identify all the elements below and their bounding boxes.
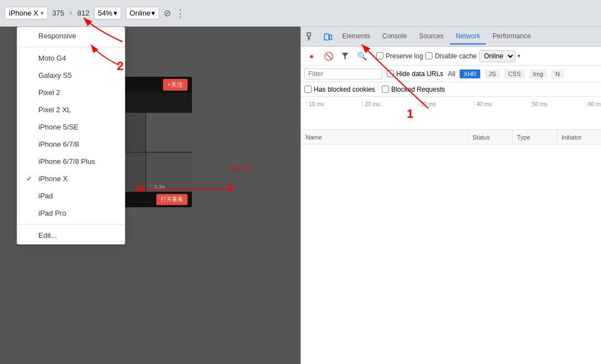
svg-rect-8 <box>329 35 332 39</box>
dropdown-label-iphone-678-plus: iPhone 6/7/8 Plus <box>38 157 95 166</box>
zoom-selector[interactable]: 54% ▾ <box>94 7 121 19</box>
devtools-tab-bar: Elements Console Sources Network Perform… <box>301 27 601 47</box>
device-preview-panel: +关注 抖音这个网址 1369.5w 赞 ♡ 2w ♡ 5760 ♡ 5.3w <box>0 27 300 364</box>
open-app-button[interactable]: 打开看看 <box>156 194 188 205</box>
network-table-header: Name Status Type Initiator Siz <box>301 130 601 144</box>
has-blocked-cookies-text: Has blocked cookies <box>314 86 375 93</box>
device-selector[interactable]: iPhone X ▾ <box>4 7 48 19</box>
blocked-row: Has blocked cookies Blocked Requests <box>301 82 601 97</box>
dropdown-item-iphone-x[interactable]: ✓ iPhone X <box>17 170 125 187</box>
dropdown-separator-1 <box>17 47 125 47</box>
disable-cache-checkbox[interactable] <box>425 52 432 59</box>
more-options-icon[interactable]: ⋮ <box>175 7 186 19</box>
dropdown-item-ipad-pro[interactable]: iPad Pro <box>17 205 125 222</box>
zoom-arrow: ▾ <box>114 9 117 17</box>
dropdown-separator-2 <box>17 224 125 225</box>
dropdown-item-moto-g4[interactable]: Moto G4 <box>17 49 125 67</box>
preserve-log-label[interactable]: Preserve log <box>376 52 423 60</box>
svg-rect-7 <box>324 34 329 40</box>
tick-30ms: 30 ms <box>418 101 474 107</box>
hide-data-urls-text: Hide data URLs <box>396 70 444 78</box>
dropdown-label-ipad-pro: iPad Pro <box>38 209 66 217</box>
blocked-requests-label[interactable]: Blocked Requests <box>382 86 445 93</box>
dropdown-label-responsive: Responsive <box>38 32 76 40</box>
disable-cache-text: Disable cache <box>435 52 476 60</box>
dropdown-label-iphone-x: iPhone X <box>38 174 68 183</box>
device-dropdown-arrow: ▾ <box>41 10 43 16</box>
dropdown-item-pixel-2[interactable]: Pixel 2 <box>17 84 125 101</box>
dropdown-label-edit: Edit... <box>38 231 57 240</box>
zoom-value: 54% <box>98 9 112 17</box>
grid-cell-6: ♡ 5.3w <box>146 153 192 192</box>
dropdown-item-galaxy-s5[interactable]: Galaxy S5 <box>17 67 125 84</box>
rotate-icon[interactable]: ⊘ <box>164 8 171 18</box>
tab-elements[interactable]: Elements <box>337 29 376 44</box>
device-name: iPhone X <box>9 9 38 17</box>
dropdown-item-ipad[interactable]: iPad <box>17 187 125 205</box>
device-toggle-icon[interactable] <box>320 29 336 44</box>
main-layout: +关注 抖音这个网址 1369.5w 赞 ♡ 2w ♡ 5760 ♡ 5.3w <box>0 27 601 364</box>
filter-input[interactable] <box>304 68 382 79</box>
tick-50ms: 50 ms <box>530 101 586 107</box>
filter-toggle-button[interactable] <box>338 49 352 63</box>
grid-cell-3 <box>146 113 192 152</box>
annotation-1: 1 <box>407 107 413 121</box>
svg-rect-4 <box>307 33 311 36</box>
tick-60ms: 60 ms <box>586 101 601 107</box>
filter-row: Hide data URLs All XHR JS CSS Img N <box>301 66 601 82</box>
tab-network[interactable]: Network <box>450 29 486 44</box>
throttle-dropdown[interactable]: Online <box>479 50 515 62</box>
network-toolbar: ● 🚫 🔍 Preserve log Disable cache Online … <box>301 47 601 66</box>
dropdown-item-edit[interactable]: Edit... <box>17 227 125 244</box>
dropdown-item-iphone-678-plus[interactable]: iPhone 6/7/8 Plus <box>17 153 125 170</box>
dropdown-label-iphone-5se: iPhone 5/SE <box>38 123 78 131</box>
tab-performance[interactable]: Performance <box>487 29 536 44</box>
disable-cache-label[interactable]: Disable cache <box>425 52 476 60</box>
throttle-value: Online <box>130 9 151 17</box>
has-blocked-cookies-label[interactable]: Has blocked cookies <box>304 86 375 93</box>
dropdown-item-pixel-2-xl[interactable]: Pixel 2 XL <box>17 101 125 118</box>
all-filter-label: All <box>448 70 455 78</box>
column-header-type[interactable]: Type <box>513 130 557 144</box>
inspect-icon[interactable] <box>303 29 319 44</box>
type-filter-js[interactable]: JS <box>485 69 500 78</box>
type-filter-n[interactable]: N <box>551 69 564 78</box>
dimension-separator: × <box>68 9 73 17</box>
has-blocked-cookies-checkbox[interactable] <box>304 86 312 93</box>
top-bar: iPhone X ▾ 375 × 812 54% ▾ Online ▾ ⊘ ⋮ <box>0 0 601 27</box>
network-timeline: 10 ms 20 ms 30 ms 40 ms 50 ms 60 ms 1 <box>301 97 601 130</box>
record-button[interactable]: ● <box>304 49 319 63</box>
viewport-height: 812 <box>77 9 90 17</box>
search-button[interactable]: 🔍 <box>354 49 369 63</box>
preserve-log-text: Preserve log <box>386 52 423 60</box>
dropdown-label-galaxy-s5: Galaxy S5 <box>38 71 72 79</box>
column-header-name[interactable]: Name <box>301 130 468 144</box>
throttle-arrow: ▾ <box>151 9 155 17</box>
type-filter-css[interactable]: CSS <box>504 69 525 78</box>
cell-stat-6: ♡ 5.3w <box>149 184 165 190</box>
timeline-ruler: 10 ms 20 ms 30 ms 40 ms 50 ms 60 ms <box>301 101 601 107</box>
throttle-selector[interactable]: Online ▾ <box>126 7 160 19</box>
clear-button[interactable]: 🚫 <box>321 49 336 63</box>
network-table-body <box>301 144 601 364</box>
column-header-status[interactable]: Status <box>468 130 513 144</box>
type-filter-img[interactable]: Img <box>529 69 547 78</box>
dropdown-item-iphone-678[interactable]: iPhone 6/7/8 <box>17 136 125 153</box>
tick-20ms: 20 ms <box>362 101 418 107</box>
preserve-log-checkbox[interactable] <box>376 52 383 59</box>
tab-sources[interactable]: Sources <box>413 29 449 44</box>
type-filter-xhr[interactable]: XHR <box>460 69 480 78</box>
dropdown-label-ipad: iPad <box>38 192 53 200</box>
hide-data-urls-checkbox[interactable] <box>387 70 394 77</box>
toolbar-divider <box>372 51 373 61</box>
blocked-requests-checkbox[interactable] <box>382 86 389 93</box>
devtools-panel: Elements Console Sources Network Perform… <box>300 27 601 364</box>
dropdown-label-iphone-678: iPhone 6/7/8 <box>38 140 79 148</box>
hide-data-urls-label[interactable]: Hide data URLs <box>387 70 444 78</box>
dropdown-item-responsive[interactable]: Responsive <box>17 27 125 44</box>
tab-console[interactable]: Console <box>377 29 412 44</box>
column-header-initiator[interactable]: Initiator <box>557 130 601 144</box>
dropdown-item-iphone-5se[interactable]: iPhone 5/SE <box>17 118 125 136</box>
viewport-width: 375 <box>52 9 65 17</box>
follow-button[interactable]: +关注 <box>163 79 188 91</box>
